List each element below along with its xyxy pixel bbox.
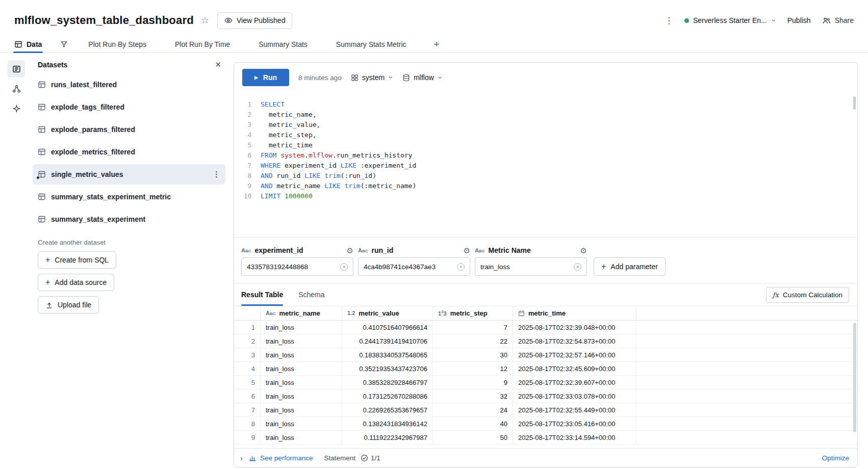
dataset-item-explode-metrics-filtered[interactable]: explode_metrics_filtered — [33, 142, 225, 162]
schema-name: mlflow — [414, 73, 434, 82]
clear-icon[interactable]: ✕ — [457, 263, 465, 271]
tab-result-table[interactable]: Result Table — [241, 283, 283, 306]
tab-schema[interactable]: Schema — [298, 283, 324, 306]
add-data-source-button[interactable]: + Add data source — [38, 274, 114, 291]
parameter-input[interactable]: 4ca4b98741ce4367ae3✕ — [358, 257, 470, 276]
plus-icon: + — [45, 256, 50, 264]
dataset-name: explode_tags_filtered — [51, 103, 124, 111]
tab-data[interactable]: Data — [13, 36, 43, 53]
datasets-panel-icon[interactable] — [8, 60, 25, 77]
add-parameter-button[interactable]: + Add parameter — [594, 257, 666, 276]
play-icon: ▶ — [254, 75, 258, 80]
favorite-star-icon[interactable]: ☆ — [201, 15, 209, 26]
sql-token: experiment_id — [285, 161, 341, 171]
dataset-item-runs-latest-filtered[interactable]: runs_latest_filtered — [33, 74, 225, 95]
dataset-name: explode_params_filtered — [51, 125, 135, 134]
sql-editor[interactable]: 1SELECT2 metric_name,3 metric_value,4 me… — [234, 92, 857, 237]
custom-calculation-label: Custom Calculation — [783, 291, 843, 299]
custom-calculation-button[interactable]: ƒx Custom Calculation — [766, 287, 849, 303]
table-icon — [38, 215, 46, 223]
main-area: ▶ Run 8 minutes ago system mlflow 1SELEC… — [233, 53, 868, 469]
dataset-item-summary-stats-experiment-metric[interactable]: summary_stats_experiment_metric — [33, 187, 225, 207]
view-published-button[interactable]: View Published — [217, 12, 292, 29]
see-performance-label: See performance — [260, 454, 313, 462]
publish-button[interactable]: Publish — [787, 16, 811, 24]
table-body: 1train_loss0.410751640796661472025-08-17… — [234, 321, 857, 445]
assistant-sparkle-icon[interactable] — [8, 100, 25, 117]
tab-plot-run-by-time[interactable]: Plot Run By Time — [174, 36, 231, 53]
column-header-metric-step[interactable]: 123metric_step — [433, 306, 513, 320]
cell-metric-value: 0.1382431834936142 — [342, 417, 433, 430]
close-icon[interactable]: ✕ — [215, 60, 221, 69]
sql-line: 5 metric_time — [234, 140, 857, 150]
datasets-header: Datasets ✕ — [33, 60, 225, 74]
sql-token: .run_metrics_history — [333, 150, 413, 161]
column-header-metric-time[interactable]: metric_time — [513, 306, 636, 320]
cell-metric-value: 0.2269265353679657 — [342, 403, 433, 416]
cell-metric-value: 0.1731252670288086 — [342, 389, 433, 403]
table-row: 7train_loss0.2269265353679657242025-08-1… — [234, 403, 857, 417]
sql-line: 6FROM system.mlflow.run_metrics_history — [234, 150, 857, 161]
catalog-selector[interactable]: system — [351, 73, 393, 82]
environment-selector[interactable]: Serverless Starter En... — [684, 16, 776, 24]
clear-icon[interactable]: ✕ — [340, 263, 348, 271]
lineage-icon[interactable] — [8, 80, 25, 97]
cell-metric-time: 2025-08-17T02:32:45.609+00:00 — [513, 362, 636, 375]
sql-token: LIMIT — [261, 191, 285, 201]
check-circle-icon — [361, 454, 368, 462]
expand-chevron-icon[interactable]: › — [240, 454, 243, 462]
parameter-header: ABCMetric Name⚙ — [475, 243, 587, 257]
gear-icon[interactable]: ⚙ — [347, 247, 353, 254]
line-number: 8 — [234, 171, 261, 181]
parameter-header: ABCrun_id⚙ — [358, 243, 470, 257]
gear-icon[interactable]: ⚙ — [464, 247, 470, 254]
table-row: 6train_loss0.1731252670288086322025-08-1… — [234, 389, 857, 403]
gear-icon[interactable]: ⚙ — [580, 247, 587, 254]
column-header-metric-name[interactable]: ABCmetric_name — [261, 306, 342, 320]
parameter-input[interactable]: 4335783192448868✕ — [241, 257, 353, 276]
dataset-item-summary-stats-experiment[interactable]: summary_stats_experiment — [33, 209, 225, 229]
scrollbar-thumb[interactable] — [853, 323, 856, 432]
filter-icon[interactable] — [60, 40, 68, 48]
scrollbar-thumb[interactable] — [853, 96, 856, 110]
run-button[interactable]: ▶ Run — [242, 69, 289, 86]
dataset-editor-card: ▶ Run 8 minutes ago system mlflow 1SELEC… — [234, 62, 858, 467]
add-page-icon[interactable]: + — [434, 39, 440, 50]
cell-metric-step: 30 — [433, 348, 513, 361]
results-footer: › See performance Statement 1/1 Optimize — [234, 448, 857, 467]
cell-metric-step: 40 — [433, 417, 513, 430]
dataset-item-single-metric-values[interactable]: single_metric_values⋮ — [33, 164, 225, 185]
more-menu-icon[interactable]: ⋮ — [665, 15, 673, 26]
upload-file-button[interactable]: Upload file — [38, 296, 99, 314]
tab-summary-stats-metric[interactable]: Summary Stats Metric — [335, 36, 407, 53]
results-tabs: Result Table Schema ƒx Custom Calculatio… — [234, 283, 857, 306]
create-from-sql-button[interactable]: + Create from SQL — [38, 251, 116, 269]
tab-summary-stats[interactable]: Summary Stats — [258, 36, 309, 53]
sql-line: 1SELECT — [234, 99, 857, 110]
dataset-item-explode-params-filtered[interactable]: explode_params_filtered — [33, 119, 225, 140]
statement-label: Statement — [324, 454, 356, 462]
datasets-title: Datasets — [38, 61, 67, 69]
parameter-header: ABCexperiment_id⚙ — [241, 243, 353, 257]
tab-plot-run-by-steps[interactable]: Plot Run By Steps — [87, 36, 147, 53]
share-button[interactable]: Share — [822, 16, 854, 25]
column-name: metric_value — [359, 309, 399, 317]
status-dot-icon — [684, 18, 689, 23]
schema-selector[interactable]: mlflow — [402, 73, 443, 82]
dataset-name: summary_stats_experiment_metric — [51, 193, 171, 201]
optimize-link[interactable]: Optimize — [822, 454, 849, 462]
sql-token: metric_step, — [261, 130, 317, 140]
sql-token: (:metric_name) — [361, 181, 417, 191]
row-number: 4 — [234, 362, 261, 375]
clear-icon[interactable]: ✕ — [574, 263, 581, 271]
line-number: 5 — [234, 140, 261, 150]
table-grid-icon — [14, 40, 22, 48]
column-header-metric-value[interactable]: 1.2metric_value — [342, 306, 433, 320]
see-performance-link[interactable]: See performance — [249, 454, 313, 462]
dataset-item-explode-tags-filtered[interactable]: explode_tags_filtered — [33, 97, 225, 117]
dataset-menu-icon[interactable]: ⋮ — [213, 170, 220, 179]
cell-metric-name: train_loss — [261, 362, 342, 375]
cell-metric-time: 2025-08-17T02:33:14.594+00:00 — [513, 431, 636, 444]
parameter-input[interactable]: train_loss✕ — [475, 257, 587, 276]
row-number: 7 — [234, 403, 261, 416]
